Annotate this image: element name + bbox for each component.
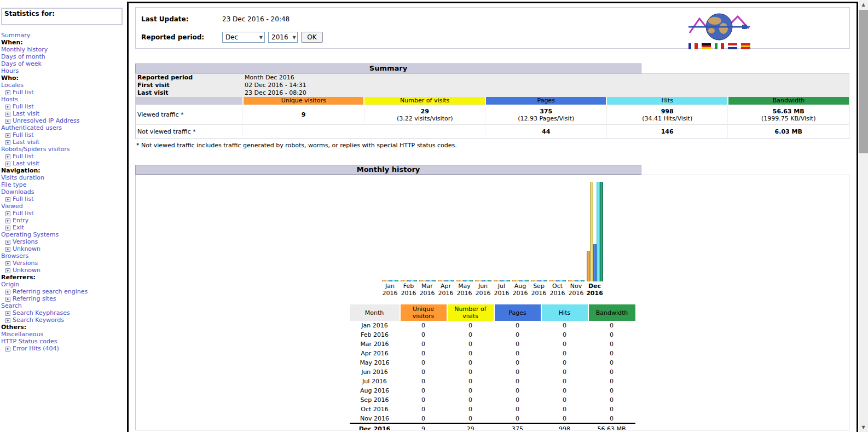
sidebar-link-label[interactable]: Full list [13,131,33,139]
sidebar-link-label[interactable]: Full list [13,210,33,217]
sidebar-link-label[interactable]: Unknown [13,245,40,252]
sidebar-link-label[interactable]: HTTP Status codes [1,338,57,345]
sidebar-item-full-list[interactable]: ▸Full list [0,131,127,139]
scrollbar-thumb[interactable] [859,10,868,153]
sidebar-item-full-list[interactable]: ▸Full list [0,195,127,203]
sidebar-item-referring-search-engines[interactable]: ▸Referring search engines [0,288,127,295]
sidebar-link-label[interactable]: Hosts [1,96,18,103]
sidebar-item-full-list[interactable]: ▸Full list [0,103,127,110]
sidebar-link-label[interactable]: Last visit [13,110,39,117]
sidebar-item-unresolved-ip-address[interactable]: ▸Unresolved IP Address [0,117,127,124]
sidebar-item-search[interactable]: Search [0,302,127,309]
sidebar-link-label[interactable]: Last visit [13,139,39,146]
flag-france-icon[interactable] [688,43,698,49]
sidebar-link-label[interactable]: File type [1,181,26,188]
sidebar-link-label[interactable]: Versions [13,260,38,267]
year-select[interactable]: 2016 ▼ [268,32,298,43]
sidebar-item-versions[interactable]: ▸Versions [0,238,127,245]
sidebar-link-label[interactable]: Entry [13,217,28,224]
sidebar-link-label[interactable]: Days of month [1,53,45,60]
sidebar-item-http-status-codes[interactable]: HTTP Status codes [0,338,127,345]
sidebar-item-operating-systems[interactable]: Operating Systems [0,231,127,238]
sidebar-link-label[interactable]: Summary [1,32,30,39]
sidebar-link-label[interactable]: Days of week [1,60,42,67]
scroll-down-icon[interactable]: ▼ [859,423,868,432]
sidebar-item-miscellaneous[interactable]: Miscellaneous [0,331,127,338]
sidebar-item-full-list[interactable]: ▸Full list [0,153,127,160]
sidebar-link-label[interactable]: Referring sites [13,295,56,302]
sidebar-item-downloads[interactable]: Downloads [0,188,127,195]
flag-spain-icon[interactable] [741,43,750,49]
sidebar-item-locales[interactable]: Locales [0,82,127,89]
sidebar-item-error-hits-404-[interactable]: ▸Error Hits (404) [0,345,127,352]
sidebar-item-last-visit[interactable]: ▸Last visit [0,160,127,167]
sidebar-item-versions[interactable]: ▸Versions [0,260,127,267]
sidebar-item-days-of-month[interactable]: Days of month [0,53,127,60]
sidebar-link-label[interactable]: Authenticated users [1,124,62,131]
sidebar-link-label[interactable]: Operating Systems [1,231,59,238]
month-select[interactable]: Dec ▼ [222,32,265,43]
sidebar-link-label[interactable]: Miscellaneous [1,331,43,338]
sidebar-link-label[interactable]: Robots/Spiders visitors [1,146,70,153]
sidebar-item-summary[interactable]: Summary [0,32,127,39]
sidebar-item-robots-spiders-visitors[interactable]: Robots/Spiders visitors [0,146,127,153]
sidebar-link-label[interactable]: Error Hits (404) [13,345,59,352]
sidebar-link-label[interactable]: Full list [13,153,33,160]
sidebar-item-search-keyphrases[interactable]: ▸Search Keyphrases [0,309,127,316]
flag-germany-icon[interactable] [702,43,711,49]
sidebar-link-label[interactable]: Exit [13,224,24,231]
sidebar-link-label[interactable]: Versions [13,238,38,245]
sidebar-item-search-keywords[interactable]: ▸Search Keywords [0,316,127,324]
sidebar-item-visits-duration[interactable]: Visits duration [0,174,127,181]
sidebar-link-label[interactable]: Unknown [13,267,40,274]
sidebar-item-full-list[interactable]: ▸Full list [0,210,127,217]
sidebar-link-label[interactable]: Full list [13,103,33,110]
statistics-for-label: Statistics for: [4,10,119,18]
sidebar-link-label[interactable]: Viewed [1,203,23,210]
sidebar-link-label[interactable]: Visits duration [1,174,44,181]
sidebar-item-file-type[interactable]: File type [0,181,127,188]
sidebar-link-label[interactable]: Monthly history [1,46,48,53]
summary-footnote: * Not viewed traffic includes traffic ge… [136,142,850,149]
sidebar-item-origin[interactable]: Origin [0,281,127,288]
sidebar-item-hosts[interactable]: Hosts [0,96,127,103]
sidebar-item-unknown[interactable]: ▸Unknown [0,245,127,252]
flag-netherlands-icon[interactable] [728,43,737,49]
chart-month-group [511,280,530,281]
sidebar-link-label[interactable]: Hours [1,67,19,74]
sidebar-link-label[interactable]: Search Keywords [13,316,64,324]
sidebar-link-label[interactable]: Last visit [13,160,39,167]
sidebar-item-browsers[interactable]: Browsers [0,252,127,260]
sidebar-item-entry[interactable]: ▸Entry [0,217,127,224]
empty-cell [243,125,485,139]
ok-button[interactable]: OK [301,32,323,43]
monthly-history-chart [136,177,849,281]
vertical-scrollbar[interactable]: ▲ ▼ [859,0,868,432]
sidebar-link-label[interactable]: Locales [1,82,24,89]
sidebar-item-last-visit[interactable]: ▸Last visit [0,139,127,146]
last-update-label: Last Update: [141,15,222,23]
sidebar-link-label[interactable]: Unresolved IP Address [13,117,80,124]
sidebar-link-label[interactable]: Origin [1,281,19,288]
sidebar-item-full-list[interactable]: ▸Full list [0,89,127,96]
sidebar-item-last-visit[interactable]: ▸Last visit [0,110,127,117]
sidebar-link-label[interactable]: Browsers [1,252,28,260]
sidebar-link-label[interactable]: Search Keyphrases [13,309,70,316]
sidebar-item-viewed[interactable]: Viewed [0,203,127,210]
sidebar-link-label[interactable]: Downloads [1,188,34,195]
sidebar-link-label[interactable]: Full list [13,195,33,203]
sidebar-item-exit[interactable]: ▸Exit [0,224,127,231]
chart-month-group [437,280,455,281]
sidebar-item-hours[interactable]: Hours [0,67,127,74]
sidebar-item-authenticated-users[interactable]: Authenticated users [0,124,127,131]
sidebar-link-label[interactable]: Full list [13,89,33,96]
chart-month-labels: Jan2016Feb2016Mar2016Apr2016May2016Jun20… [136,283,849,297]
sidebar-link-label[interactable]: Search [1,302,22,309]
sidebar-item-unknown[interactable]: ▸Unknown [0,267,127,274]
sidebar-item-referring-sites[interactable]: ▸Referring sites [0,295,127,302]
sidebar-item-monthly-history[interactable]: Monthly history [0,46,127,53]
flag-italy-icon[interactable] [715,43,724,49]
sidebar-item-days-of-week[interactable]: Days of week [0,60,127,67]
sidebar-link-label[interactable]: Referring search engines [13,288,88,295]
scroll-up-icon[interactable]: ▲ [859,0,868,9]
